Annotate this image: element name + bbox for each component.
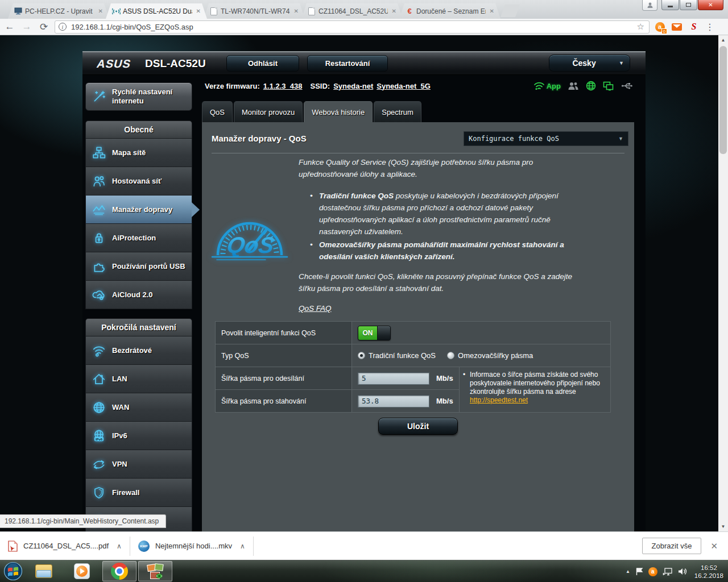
upload-bandwidth-input[interactable] <box>358 372 429 385</box>
action-center-flag-icon[interactable] <box>635 567 643 576</box>
back-button[interactable]: ← <box>2 20 17 34</box>
restart-button[interactable]: Restartování <box>307 55 388 72</box>
devices-status-icon[interactable] <box>603 81 614 91</box>
sidebar-item-vpn[interactable]: VPN <box>85 450 192 479</box>
hidden-icons-arrow[interactable]: ▲ <box>626 569 630 574</box>
qos-config-dropdown[interactable]: Konfigurace funkce QoS ▼ <box>464 131 628 146</box>
internet-status-icon[interactable] <box>586 81 596 91</box>
svg-text:QoS: QoS <box>225 232 276 258</box>
start-button[interactable] <box>3 562 23 581</box>
cloud-home-icon <box>86 288 112 302</box>
tab-close-icon[interactable]: ✕ <box>488 7 496 15</box>
tab-spectrum[interactable]: Spectrum <box>374 101 421 122</box>
close-download-bar-icon[interactable]: ✕ <box>701 541 728 551</box>
chevron-up-icon[interactable]: ∧ <box>238 542 247 550</box>
tab-title: TL-WR740N/TL-WR741N <box>221 7 290 15</box>
sidebar-item-wireless[interactable]: Bezdrátové <box>85 336 192 365</box>
forward-button[interactable]: → <box>19 20 34 34</box>
asus-logo: ASUS <box>95 57 140 73</box>
sidebar-item-aiprotection[interactable]: AiProtection <box>85 224 192 252</box>
sidebar-item-network-map[interactable]: Mapa sítě <box>85 139 192 167</box>
show-all-downloads-button[interactable]: Zobrazit vše <box>642 538 702 554</box>
taskbar-clock[interactable]: 16:52 16.2.2018 <box>694 564 726 580</box>
new-tab-button[interactable] <box>500 5 520 17</box>
tab-close-icon[interactable]: ✕ <box>292 7 300 15</box>
qos-description: Funkce Quality of Service (QoS) zajišťuj… <box>299 156 575 314</box>
close-button[interactable]: ✕ <box>698 0 723 10</box>
table-row: Typ QoS Tradiční funkce QoS Omezovačšířk… <box>216 344 611 367</box>
tab-traffic-monitor[interactable]: Monitor provozu <box>234 101 303 122</box>
magic-wand-icon <box>86 89 112 104</box>
speedtest-link[interactable]: http://speedtest.net <box>470 396 528 404</box>
tab-title: CZ11064_DSL_AC52U_M <box>318 7 388 15</box>
sidebar-item-wan[interactable]: WAN <box>85 393 192 422</box>
sidebar-item-ipv6[interactable]: IPv6 IPv6 <box>85 422 192 450</box>
ssid-link-5g[interactable]: Syneda-net_5G <box>377 82 431 90</box>
qos-panel: Manažer dopravy - QoS Konfigurace funkce… <box>202 122 634 531</box>
browser-tab-email[interactable]: € Doručené – Seznam Ema ✕ <box>399 3 500 19</box>
file-explorer-icon[interactable] <box>35 564 52 578</box>
network-tray-icon[interactable] <box>663 567 673 576</box>
radio-traditional-qos[interactable] <box>358 352 365 359</box>
download-item-pdf[interactable]: CZ11064_DSL_AC5....pdf ∧ <box>0 537 130 556</box>
scrollbar-thumb[interactable] <box>719 46 727 154</box>
chrome-taskbar-button[interactable] <box>102 561 136 581</box>
address-bar[interactable]: i 192.168.1.1/cgi-bin/QoS_EZQoS.asp ☆ <box>55 20 650 34</box>
sidebar-quick-setup-button[interactable]: Rychlé nastavení internetu <box>85 82 192 111</box>
browser-tab-manual[interactable]: CZ11064_DSL_AC52U_M ✕ <box>301 3 403 19</box>
sidebar-item-traffic-manager[interactable]: Manažer dopravy <box>85 196 192 224</box>
reload-button[interactable]: ⟳ <box>36 20 51 34</box>
image-viewer-taskbar-button[interactable] <box>138 561 172 581</box>
tab-qos[interactable]: QoS <box>202 101 233 122</box>
save-button[interactable]: Uložit <box>378 418 458 435</box>
browser-tab-tplink[interactable]: TL-WR740N/TL-WR741N ✕ <box>204 3 305 19</box>
extensions-bar: a 0 S <box>654 21 700 32</box>
browser-menu-icon[interactable]: ⋮ <box>700 22 720 32</box>
ssid-link-24[interactable]: Syneda-net <box>333 82 373 90</box>
scroll-down-icon[interactable]: ▼ <box>718 522 728 531</box>
page-info-icon[interactable]: i <box>59 23 67 31</box>
sidebar-item-usb[interactable]: Používání portů USB <box>85 252 192 281</box>
browser-tab-asus[interactable]: ASUS DSL-AC52U Dual-B ✕ <box>106 3 207 19</box>
wifi-status-icon[interactable]: App <box>533 81 561 90</box>
browser-toolbar: ← → ⟳ i 192.168.1.1/cgi-bin/QoS_EZQoS.as… <box>0 19 728 35</box>
status-bar-link-preview: 192.168.1.1/cgi-bin/Main_WebHistory_Cont… <box>0 514 166 528</box>
profile-button[interactable] <box>642 0 657 11</box>
seznam-extension-icon[interactable]: S <box>688 21 700 32</box>
note-text: Informace o šířce pásma získáte od svého… <box>470 371 600 396</box>
content-tabs: QoS Monitor provozu Webová historie Spec… <box>202 101 421 122</box>
scroll-up-icon[interactable]: ▲ <box>718 35 728 45</box>
download-item-mkv[interactable]: KMP Nejtemnější hodi....mkv ∧ <box>130 537 254 556</box>
avast-extension-icon[interactable]: a 0 <box>654 21 665 32</box>
minimize-button[interactable] <box>661 0 679 10</box>
volume-tray-icon[interactable] <box>678 567 687 576</box>
page-favicon-icon <box>209 7 218 16</box>
avast-tray-icon[interactable]: a <box>648 567 657 576</box>
qos-faq-link[interactable]: QoS FAQ <box>299 302 332 314</box>
download-bandwidth-input[interactable] <box>358 395 429 408</box>
usb-status-icon[interactable] <box>621 82 632 90</box>
language-dropdown[interactable]: Česky ▼ <box>549 55 630 72</box>
tab-close-icon[interactable]: ✕ <box>390 7 398 15</box>
tab-close-icon[interactable]: ✕ <box>97 7 105 15</box>
maximize-button[interactable] <box>680 0 697 10</box>
clients-status-icon[interactable] <box>568 81 579 90</box>
sidebar-item-guest-network[interactable]: Hostovaná síť <box>85 167 192 196</box>
browser-tab-pchelp[interactable]: PC-HELP.CZ - Upravit při ✕ <box>8 3 109 19</box>
qos-toggle[interactable]: ON <box>358 326 391 340</box>
chevron-up-icon[interactable]: ∧ <box>114 542 124 550</box>
clock-date: 16.2.2018 <box>694 572 723 579</box>
tab-web-history[interactable]: Webová historie <box>304 101 373 122</box>
firmware-version-link[interactable]: 1.1.2.3_438 <box>263 82 303 90</box>
scrollbar[interactable]: ▲ ▼ <box>718 35 728 531</box>
sidebar-item-firewall[interactable]: Firewall <box>85 479 192 507</box>
quick-setup-label: Rychlé nastavení internetu <box>112 88 192 106</box>
sidebar-item-lan[interactable]: LAN <box>85 365 192 393</box>
bookmark-star-icon[interactable]: ☆ <box>636 22 646 32</box>
radio-bandwidth-limiter[interactable] <box>447 352 454 359</box>
sidebar-item-aicloud[interactable]: AiCloud 2.0 <box>85 281 192 309</box>
media-player-icon[interactable] <box>74 563 90 579</box>
email-extension-icon[interactable] <box>671 21 682 32</box>
tab-close-icon[interactable]: ✕ <box>195 7 202 15</box>
logout-button[interactable]: Odhlásit <box>226 55 299 72</box>
